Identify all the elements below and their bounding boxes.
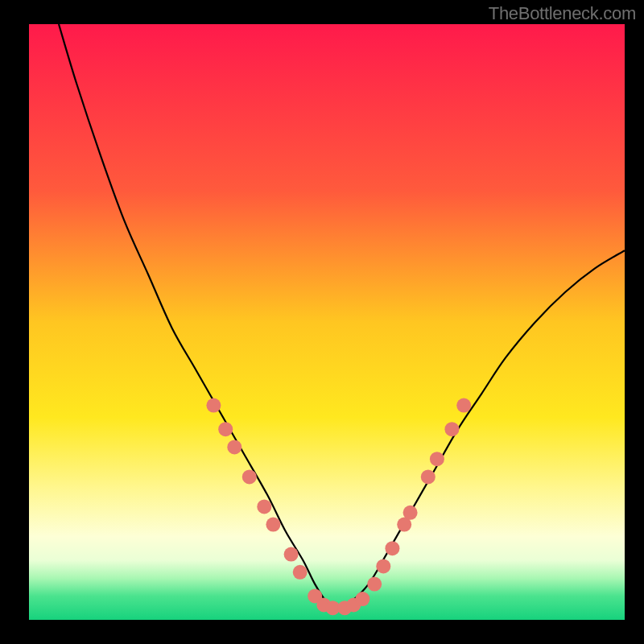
data-marker <box>257 499 271 514</box>
data-marker <box>242 469 257 484</box>
data-marker <box>293 565 308 580</box>
data-marker <box>421 469 436 484</box>
data-marker <box>355 592 369 606</box>
data-marker <box>218 422 233 436</box>
data-marker <box>456 398 471 413</box>
marker-group <box>206 398 471 616</box>
data-marker <box>385 541 399 555</box>
bottleneck-curve <box>59 24 625 608</box>
data-marker <box>444 422 459 436</box>
data-marker <box>367 577 382 592</box>
data-marker <box>430 452 444 466</box>
curve-layer <box>29 24 625 620</box>
chart-frame: TheBottleneck.com <box>0 0 644 644</box>
data-marker <box>206 398 221 413</box>
data-marker <box>376 559 390 573</box>
data-marker <box>227 440 242 454</box>
watermark-text: TheBottleneck.com <box>489 3 636 24</box>
data-marker <box>284 547 299 562</box>
data-marker <box>266 518 280 532</box>
plot-area <box>29 24 625 620</box>
data-marker <box>403 506 418 520</box>
